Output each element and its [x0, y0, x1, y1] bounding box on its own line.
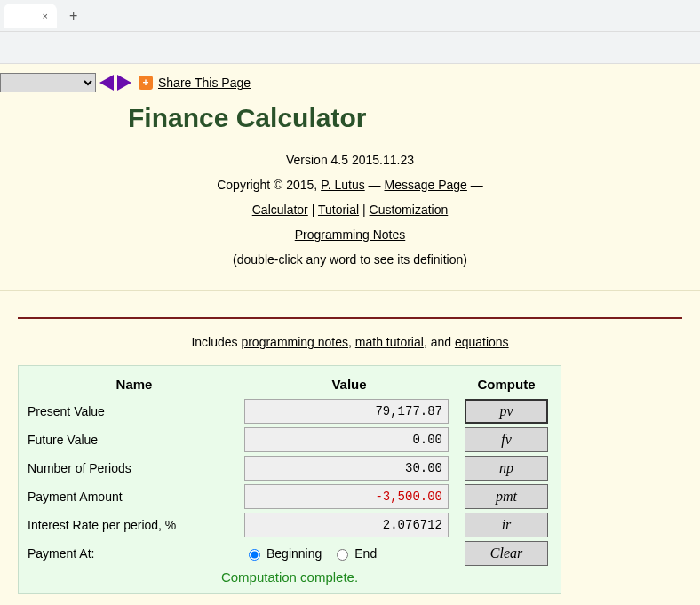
author-link[interactable]: P. Lutus: [321, 178, 365, 192]
payment-end-radio[interactable]: [337, 549, 348, 561]
new-tab-button[interactable]: +: [64, 8, 83, 24]
share-link[interactable]: Share This Page: [158, 76, 251, 90]
customization-link[interactable]: Customization: [370, 203, 449, 217]
pv-button[interactable]: pv: [465, 399, 548, 424]
dash: —: [467, 178, 483, 192]
payment-end-label: End: [354, 546, 377, 561]
calculator-link[interactable]: Calculator: [252, 203, 308, 217]
clear-button[interactable]: Clear: [465, 541, 548, 566]
col-head-name: Name: [28, 373, 241, 395]
row-label: Interest Rate per period, %: [28, 514, 241, 536]
programming-notes-link[interactable]: Programming Notes: [295, 227, 406, 242]
nav-select[interactable]: [0, 73, 96, 92]
incl-mathtut-link[interactable]: math tutorial: [355, 335, 424, 349]
np-input[interactable]: [244, 456, 449, 481]
col-head-compute: Compute: [457, 373, 555, 395]
header-info: Version 4.5 2015.11.23 Copyright © 2015,…: [0, 147, 700, 272]
copyright-line: Copyright © 2015, P. Lutus — Message Pag…: [0, 172, 700, 197]
col-head-value: Value: [244, 373, 454, 395]
page-header: + Share This Page Finance Calculator Ver…: [0, 64, 700, 290]
pv-input[interactable]: [244, 399, 449, 424]
share-icon[interactable]: +: [139, 76, 153, 90]
payment-beginning-label: Beginning: [266, 546, 322, 561]
calculator-section: Includes programming notes, math tutoria…: [0, 290, 700, 605]
ir-button[interactable]: ir: [465, 513, 548, 537]
status-text: Computation complete.: [28, 569, 552, 585]
divider: [18, 317, 682, 319]
browser-toolbar: [0, 32, 700, 64]
nav-prev-icon[interactable]: [99, 75, 114, 91]
ir-input[interactable]: [244, 513, 449, 537]
payment-at-options: BeginningEnd: [244, 546, 454, 561]
row-label: Present Value: [28, 401, 241, 422]
row-label: Number of Periods: [28, 458, 241, 479]
close-icon[interactable]: ×: [43, 11, 48, 21]
dash: —: [365, 178, 385, 192]
incl-prognotes-link[interactable]: programming notes: [241, 335, 348, 349]
nav-row: + Share This Page: [0, 73, 700, 98]
includes-line: Includes programming notes, math tutoria…: [18, 335, 682, 349]
fv-input[interactable]: [244, 427, 449, 452]
row-label: Future Value: [28, 429, 241, 450]
tutorial-link[interactable]: Tutorial: [318, 203, 359, 217]
page-title: Finance Calculator: [128, 103, 700, 133]
np-button[interactable]: np: [465, 456, 548, 481]
copyright-prefix: Copyright © 2015,: [217, 178, 321, 192]
hint-text: (double-click any word to see its defini…: [0, 247, 700, 272]
browser-tab-strip: × +: [0, 0, 700, 32]
nav-next-icon[interactable]: [117, 75, 131, 91]
payment-at-label: Payment At:: [28, 543, 241, 564]
message-page-link[interactable]: Message Page: [384, 178, 466, 192]
pmt-input[interactable]: [244, 484, 449, 509]
row-label: Payment Amount: [28, 486, 241, 507]
payment-beginning-radio[interactable]: [249, 549, 260, 561]
browser-tab[interactable]: ×: [4, 4, 57, 28]
calculator-panel: Name Value Compute Present ValuepvFuture…: [18, 365, 561, 594]
pmt-button[interactable]: pmt: [465, 484, 548, 509]
section-links: Calculator | Tutorial | Customization Pr…: [0, 197, 700, 247]
fv-button[interactable]: fv: [465, 427, 548, 452]
version-text: Version 4.5 2015.11.23: [0, 147, 700, 172]
incl-equations-link[interactable]: equations: [455, 335, 509, 349]
